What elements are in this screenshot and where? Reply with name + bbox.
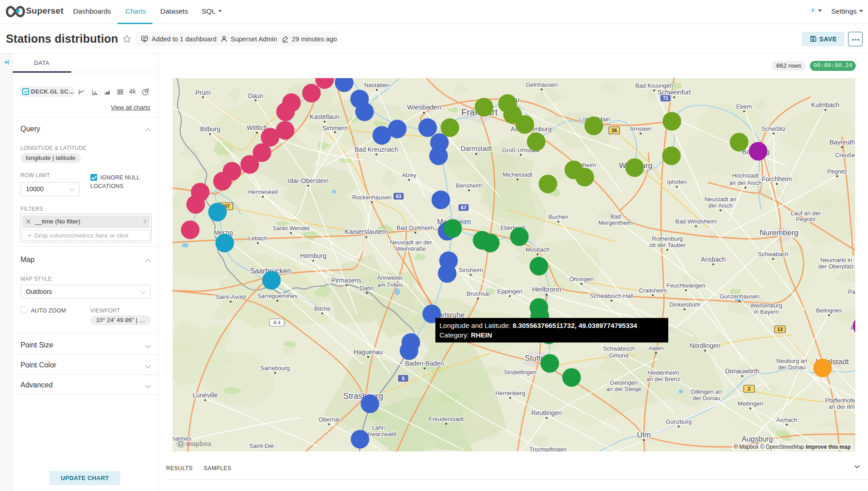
svg-text:13: 13 <box>777 327 783 332</box>
svg-text:Gunzenhausen: Gunzenhausen <box>720 293 760 300</box>
svg-text:der Donau: der Donau <box>693 395 720 402</box>
svg-text:Dinkelsbühl: Dinkelsbühl <box>669 301 700 308</box>
svg-text:67: 67 <box>461 205 466 210</box>
svg-text:Schweinfurt: Schweinfurt <box>657 89 690 96</box>
svg-text:am Trifels: am Trifels <box>377 282 403 288</box>
svg-text:Bad: Bad <box>610 213 621 220</box>
svg-text:Haguenau: Haguenau <box>354 348 383 356</box>
svg-text:Ansbach: Ansbach <box>701 256 725 263</box>
svg-text:Höchstadt: Höchstadt <box>732 172 759 179</box>
svg-text:Baden-Baden: Baden-Baden <box>405 360 444 367</box>
svg-text:Wiesbaden: Wiesbaden <box>407 103 441 111</box>
svg-text:Gelnhausen: Gelnhausen <box>526 81 557 88</box>
svg-text:Günzburg: Günzburg <box>666 418 691 425</box>
svg-text:Annweiler: Annweiler <box>377 274 403 281</box>
svg-text:Heilbronn: Heilbronn <box>532 285 561 293</box>
svg-text:Weinstraße: Weinstraße <box>396 245 426 252</box>
svg-text:Neustadt an der: Neustadt an der <box>390 239 432 246</box>
svg-text:an der Steige: an der Steige <box>606 386 641 392</box>
svg-text:Ulm: Ulm <box>637 431 651 439</box>
svg-text:Schwäbisch Hall: Schwäbisch Hall <box>590 293 633 299</box>
svg-text:Michelstadt: Michelstadt <box>503 171 533 178</box>
svg-text:in Bayern: in Bayern <box>754 308 779 315</box>
svg-text:Ebern: Ebern <box>736 103 752 110</box>
svg-text:Reutlingen: Reutlingen <box>532 409 562 417</box>
svg-text:Aichach: Aichach <box>776 417 797 423</box>
svg-text:Idar-Oberstein: Idar-Oberstein <box>288 177 328 184</box>
svg-text:Bitburg: Bitburg <box>200 125 220 133</box>
svg-text:Kaiserslautern: Kaiserslautern <box>345 228 388 235</box>
svg-text:Simmern: Simmern <box>322 124 348 132</box>
svg-text:der Donau: der Donau <box>778 364 806 371</box>
svg-text:Weißenburg: Weißenburg <box>750 302 783 309</box>
svg-text:Scheßlitz: Scheßlitz <box>761 125 785 132</box>
svg-text:Pa: Pa <box>848 288 855 295</box>
svg-text:Sinsheim: Sinsheim <box>459 267 483 273</box>
svg-text:Öhringen: Öhringen <box>569 276 593 283</box>
svg-text:2: 2 <box>748 386 750 392</box>
svg-text:Kulmbach: Kulmbach <box>811 101 839 109</box>
svg-text:Mosbach: Mosbach <box>526 246 550 253</box>
svg-text:Aalen: Aalen <box>648 345 663 352</box>
svg-text:Alzey: Alzey <box>402 172 416 179</box>
svg-text:Feuchtwangen: Feuchtwangen <box>666 282 705 289</box>
svg-text:Lahr/: Lahr/ <box>372 424 385 431</box>
svg-text:Sarreguemines: Sarreguemines <box>257 293 298 299</box>
svg-text:Saint-Dié-: Saint-Dié- <box>249 442 276 449</box>
svg-text:Herrenberg: Herrenberg <box>495 390 525 397</box>
svg-text:5: 5 <box>402 376 404 381</box>
svg-text:an der Brenz: an der Brenz <box>646 376 680 382</box>
svg-text:Freudenstadt: Freudenstadt <box>429 416 464 422</box>
svg-text:Sankt Wendel: Sankt Wendel <box>273 225 310 232</box>
svg-text:Buchen: Buchen <box>548 213 568 220</box>
svg-text:Saint-Avold: Saint-Avold <box>216 293 246 300</box>
svg-text:Bad Kreuznach: Bad Kreuznach <box>355 146 398 153</box>
svg-text:Kastellaun: Kastellaun <box>310 113 339 120</box>
svg-text:Pegnitz: Pegnitz <box>796 216 815 223</box>
svg-text:Rothenburg: Rothenburg <box>652 235 683 242</box>
svg-text:Crailsheim: Crailsheim <box>639 287 666 294</box>
svg-text:71: 71 <box>663 95 668 101</box>
svg-text:Beilngries: Beilngries <box>816 307 842 314</box>
svg-text:an der Aisch: an der Aisch <box>729 179 762 186</box>
svg-text:Donauwörth: Donauwörth <box>725 367 760 375</box>
svg-text:Sarrebourg: Sarrebourg <box>260 365 290 372</box>
svg-text:Dillingen an: Dillingen an <box>691 388 722 395</box>
svg-text:der Aisch: der Aisch <box>708 202 732 209</box>
svg-text:Daun: Daun <box>248 92 263 99</box>
svg-text:Bitche: Bitche <box>314 305 330 312</box>
svg-text:Trochtelfingen: Trochtelfingen <box>529 446 567 451</box>
svg-text:an der Ilm: an der Ilm <box>829 403 855 410</box>
svg-text:Darmstadt: Darmstadt <box>460 144 492 152</box>
svg-text:mapbox: mapbox <box>186 440 212 447</box>
svg-text:Dahn: Dahn <box>360 285 374 292</box>
svg-text:Neumarkt in: Neumarkt in <box>820 257 852 263</box>
svg-text:Schwabach: Schwabach <box>758 251 788 258</box>
svg-text:Gmünd: Gmünd <box>609 352 629 359</box>
svg-text:Sindelfingen: Sindelfingen <box>504 369 537 376</box>
svg-text:Bad Windsheim: Bad Windsheim <box>675 218 716 225</box>
svg-text:Augsburg: Augsburg <box>742 435 773 443</box>
svg-text:Schwäbisch: Schwäbisch <box>603 345 634 352</box>
svg-text:Bayreuth: Bayreuth <box>829 139 855 146</box>
svg-text:Arnstein: Arnstein <box>630 125 651 132</box>
svg-text:Pirmasens: Pirmasens <box>331 277 361 284</box>
svg-text:Eppingen: Eppingen <box>498 288 523 295</box>
svg-text:Bad Dürkheim: Bad Dürkheim <box>397 224 434 231</box>
svg-text:Obernai: Obernai <box>319 416 340 423</box>
svg-text:Neuburg an: Neuburg an <box>776 357 807 364</box>
svg-text:63: 63 <box>396 193 401 199</box>
svg-text:Geislingen: Geislingen <box>610 379 637 386</box>
svg-text:Bruchsal: Bruchsal <box>467 290 490 297</box>
svg-text:Hermeskeil: Hermeskeil <box>248 188 277 195</box>
svg-text:Nastätten: Nastätten <box>364 82 390 89</box>
svg-text:26: 26 <box>612 128 617 133</box>
svg-text:Pegnitz: Pegnitz <box>827 168 847 175</box>
svg-text:Iphofen: Iphofen <box>667 179 686 185</box>
svg-text:Nördlingen: Nördlingen <box>690 342 720 349</box>
svg-text:Bad Kissingen: Bad Kissingen <box>635 82 673 89</box>
svg-text:Lebach: Lebach <box>248 235 268 242</box>
svg-text:Meitingen: Meitingen <box>738 400 763 407</box>
svg-text:A 4: A 4 <box>273 320 281 325</box>
svg-text:Pfaffenhofen: Pfaffenhofen <box>825 397 855 404</box>
